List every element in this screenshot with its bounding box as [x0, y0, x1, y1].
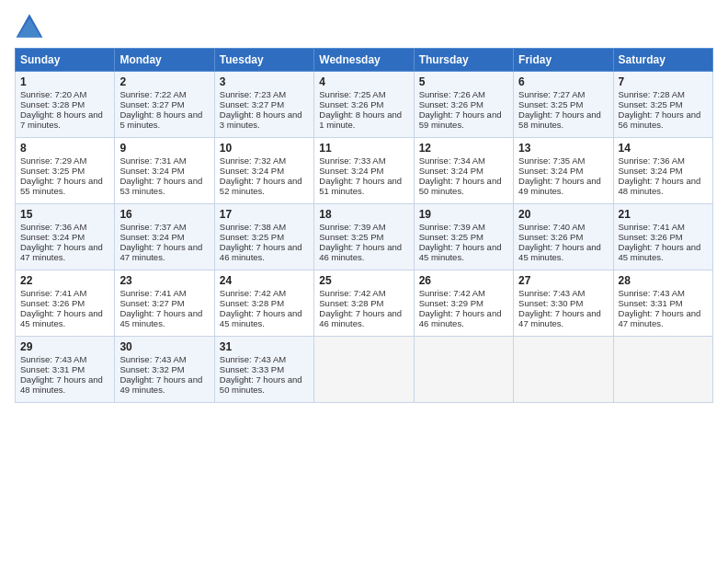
day-number: 17 — [220, 208, 309, 221]
week-row-1: 1Sunrise: 7:20 AMSunset: 3:28 PMDaylight… — [16, 72, 713, 138]
daylight-label: Daylight: 7 hours and 56 minutes. — [619, 109, 701, 130]
day-number: 31 — [220, 340, 309, 353]
calendar-cell: 25Sunrise: 7:42 AMSunset: 3:28 PMDayligh… — [314, 270, 414, 337]
calendar-cell: 10Sunrise: 7:32 AMSunset: 3:24 PMDayligh… — [214, 138, 313, 204]
sunset-label: Sunset: 3:31 PM — [20, 364, 85, 374]
day-number: 18 — [319, 208, 408, 221]
day-number: 1 — [20, 75, 109, 88]
sunrise-label: Sunrise: 7:22 AM — [119, 89, 186, 99]
calendar-cell: 23Sunrise: 7:41 AMSunset: 3:27 PMDayligh… — [115, 270, 214, 337]
daylight-label: Daylight: 7 hours and 53 minutes. — [119, 176, 202, 196]
sunset-label: Sunset: 3:27 PM — [119, 298, 184, 308]
day-number: 13 — [518, 142, 608, 155]
daylight-label: Daylight: 7 hours and 48 minutes. — [20, 374, 103, 395]
sunrise-label: Sunrise: 7:35 AM — [518, 155, 585, 166]
sunset-label: Sunset: 3:27 PM — [119, 99, 184, 109]
day-header-thursday: Thursday — [414, 49, 513, 72]
day-number: 25 — [319, 274, 408, 287]
daylight-label: Daylight: 8 hours and 7 minutes. — [20, 109, 103, 130]
day-number: 12 — [419, 142, 508, 155]
sunset-label: Sunset: 3:26 PM — [20, 298, 85, 308]
sunrise-label: Sunrise: 7:37 AM — [119, 222, 186, 232]
sunset-label: Sunset: 3:32 PM — [119, 364, 184, 374]
calendar-cell: 18Sunrise: 7:39 AMSunset: 3:25 PMDayligh… — [314, 204, 414, 270]
calendar-cell: 20Sunrise: 7:40 AMSunset: 3:26 PMDayligh… — [514, 204, 613, 270]
calendar-cell — [613, 337, 712, 403]
day-number: 22 — [20, 274, 109, 287]
daylight-label: Daylight: 7 hours and 59 minutes. — [419, 109, 502, 130]
day-number: 10 — [220, 142, 309, 155]
day-number: 15 — [20, 208, 109, 221]
daylight-label: Daylight: 7 hours and 45 minutes. — [619, 242, 701, 262]
calendar-cell: 16Sunrise: 7:37 AMSunset: 3:24 PMDayligh… — [115, 204, 214, 270]
svg-marker-1 — [17, 18, 41, 38]
day-number: 3 — [220, 75, 309, 88]
day-header-friday: Friday — [514, 49, 613, 72]
sunrise-label: Sunrise: 7:39 AM — [419, 222, 485, 232]
calendar-cell: 2Sunrise: 7:22 AMSunset: 3:27 PMDaylight… — [115, 72, 214, 138]
calendar-cell: 30Sunrise: 7:43 AMSunset: 3:32 PMDayligh… — [115, 337, 214, 403]
week-row-2: 8Sunrise: 7:29 AMSunset: 3:25 PMDaylight… — [16, 138, 713, 204]
sunrise-label: Sunrise: 7:34 AM — [419, 155, 485, 166]
day-header-saturday: Saturday — [613, 49, 712, 72]
sunset-label: Sunset: 3:26 PM — [619, 232, 683, 242]
sunrise-label: Sunrise: 7:27 AM — [518, 89, 585, 99]
sunset-label: Sunset: 3:24 PM — [220, 166, 284, 176]
day-header-monday: Monday — [115, 49, 214, 72]
sunrise-label: Sunrise: 7:33 AM — [319, 155, 385, 166]
day-number: 27 — [518, 274, 608, 287]
calendar-cell: 17Sunrise: 7:38 AMSunset: 3:25 PMDayligh… — [214, 204, 313, 270]
sunset-label: Sunset: 3:26 PM — [419, 99, 483, 109]
sunset-label: Sunset: 3:33 PM — [220, 364, 284, 374]
day-number: 23 — [119, 274, 209, 287]
day-number: 30 — [119, 340, 209, 353]
calendar-cell: 3Sunrise: 7:23 AMSunset: 3:27 PMDaylight… — [214, 72, 313, 138]
daylight-label: Daylight: 7 hours and 45 minutes. — [119, 308, 202, 328]
week-row-5: 29Sunrise: 7:43 AMSunset: 3:31 PMDayligh… — [16, 337, 713, 403]
sunset-label: Sunset: 3:24 PM — [419, 166, 483, 176]
calendar-cell: 13Sunrise: 7:35 AMSunset: 3:24 PMDayligh… — [514, 138, 613, 204]
daylight-label: Daylight: 7 hours and 47 minutes. — [20, 242, 103, 262]
calendar-cell: 27Sunrise: 7:43 AMSunset: 3:30 PMDayligh… — [514, 270, 613, 337]
daylight-label: Daylight: 7 hours and 46 minutes. — [319, 308, 402, 328]
sunset-label: Sunset: 3:25 PM — [20, 166, 85, 176]
daylight-label: Daylight: 8 hours and 5 minutes. — [119, 109, 202, 130]
day-number: 26 — [419, 274, 508, 287]
sunset-label: Sunset: 3:24 PM — [20, 232, 85, 242]
sunrise-label: Sunrise: 7:26 AM — [419, 89, 485, 99]
daylight-label: Daylight: 7 hours and 49 minutes. — [119, 374, 202, 395]
sunset-label: Sunset: 3:24 PM — [119, 232, 184, 242]
daylight-label: Daylight: 8 hours and 3 minutes. — [220, 109, 302, 130]
day-number: 21 — [619, 208, 708, 221]
sunset-label: Sunset: 3:27 PM — [220, 99, 284, 109]
sunrise-label: Sunrise: 7:43 AM — [220, 354, 286, 364]
calendar-cell — [414, 337, 513, 403]
sunrise-label: Sunrise: 7:25 AM — [319, 89, 385, 99]
sunrise-label: Sunrise: 7:38 AM — [220, 222, 286, 232]
sunset-label: Sunset: 3:25 PM — [419, 232, 483, 242]
sunrise-label: Sunrise: 7:36 AM — [619, 155, 685, 166]
daylight-label: Daylight: 7 hours and 48 minutes. — [619, 176, 701, 196]
day-number: 8 — [20, 142, 109, 155]
page: SundayMondayTuesdayWednesdayThursdayFrid… — [0, 0, 728, 563]
calendar-cell: 6Sunrise: 7:27 AMSunset: 3:25 PMDaylight… — [514, 72, 613, 138]
daylight-label: Daylight: 7 hours and 55 minutes. — [20, 176, 103, 196]
daylight-label: Daylight: 7 hours and 45 minutes. — [220, 308, 302, 328]
day-number: 2 — [119, 75, 209, 88]
day-number: 5 — [419, 75, 508, 88]
daylight-label: Daylight: 7 hours and 47 minutes. — [119, 242, 202, 262]
calendar-cell — [514, 337, 613, 403]
sunset-label: Sunset: 3:31 PM — [619, 298, 683, 308]
sunset-label: Sunset: 3:28 PM — [220, 298, 284, 308]
sunset-label: Sunset: 3:25 PM — [319, 232, 383, 242]
day-number: 7 — [619, 75, 708, 88]
logo — [15, 11, 50, 40]
calendar-cell: 1Sunrise: 7:20 AMSunset: 3:28 PMDaylight… — [16, 72, 115, 138]
daylight-label: Daylight: 7 hours and 46 minutes. — [419, 308, 502, 328]
daylight-label: Daylight: 7 hours and 45 minutes. — [419, 242, 502, 262]
sunrise-label: Sunrise: 7:41 AM — [119, 288, 186, 298]
day-header-wednesday: Wednesday — [314, 49, 414, 72]
daylight-label: Daylight: 7 hours and 45 minutes. — [518, 242, 601, 262]
day-number: 14 — [619, 142, 708, 155]
week-row-4: 22Sunrise: 7:41 AMSunset: 3:26 PMDayligh… — [16, 270, 713, 337]
